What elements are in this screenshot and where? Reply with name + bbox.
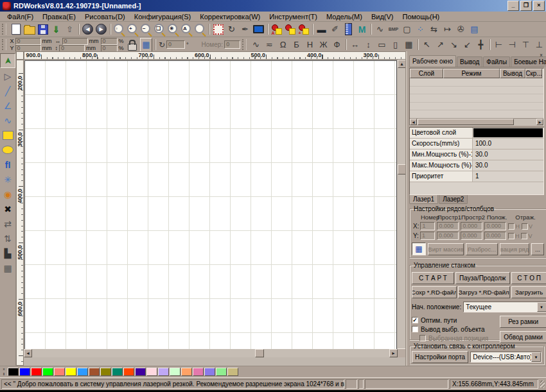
select-box-icon[interactable] — [211, 23, 225, 36]
tool-point[interactable]: ✳ — [1, 173, 15, 186]
property-value[interactable]: 30.0 — [473, 149, 543, 160]
load-rd-file-button[interactable]: Загруз *.RD-файл — [458, 286, 510, 298]
delete-overlap-icon[interactable]: Ж — [317, 38, 330, 51]
tool-line[interactable]: ╱ — [1, 84, 15, 98]
laser-mark-a-icon[interactable]: A — [270, 23, 283, 36]
selected-position-checkbox[interactable] — [419, 335, 426, 341]
color-swatch-5[interactable] — [66, 368, 76, 376]
zoom-out-icon[interactable]: − — [139, 23, 153, 36]
color-swatch-3[interactable] — [42, 368, 53, 376]
tool-bezier[interactable]: ∿ — [1, 114, 15, 127]
node-array-icon[interactable]: ⁘ — [414, 23, 427, 36]
maximize-button[interactable]: ❐ — [520, 1, 532, 11]
tab-laser2[interactable]: Лазер2 — [439, 195, 468, 204]
resize-grip[interactable] — [540, 380, 545, 388]
same-width-icon[interactable]: ↔ — [348, 38, 362, 51]
property-value[interactable]: 30.0 — [473, 160, 543, 171]
projector-icon[interactable]: ▬ — [315, 23, 328, 36]
undo-icon[interactable]: ◀ — [81, 23, 94, 36]
offset-curve-icon[interactable]: Ω — [276, 38, 290, 51]
array-y-position-field[interactable]: 0.000 — [484, 232, 506, 240]
menu-item-0[interactable]: Файл(F) — [3, 13, 38, 21]
download-button[interactable]: Загрузить — [511, 286, 546, 298]
menu-item-4[interactable]: Корректировка(W) — [195, 13, 265, 21]
width-field[interactable]: 0 — [62, 38, 88, 45]
palette-close-icon[interactable]: x — [1, 367, 6, 371]
color-swatch-17[interactable] — [204, 368, 215, 376]
tool-select[interactable]: ➤ — [0, 53, 15, 68]
layer-scroll-thumb[interactable] — [418, 119, 514, 125]
tab-laser1[interactable]: Лазер1 — [409, 195, 438, 204]
layer-scroll-right-button[interactable]: ► — [536, 119, 543, 125]
fit-width-icon[interactable]: ⇆ — [427, 23, 441, 36]
anchor-bottom-left-icon[interactable]: ↙ — [461, 38, 474, 51]
pause-continue-button[interactable]: Пауза/Продолж — [455, 272, 510, 284]
anchor-bottom-right-icon[interactable]: ↘ — [447, 38, 461, 51]
scroll-right-button[interactable]: ► — [389, 349, 398, 357]
array-more-button[interactable]: ... — [531, 243, 544, 255]
origin-select[interactable]: Текущее ▼ — [463, 302, 546, 312]
palette-pause-icon[interactable]: ‖ — [1, 372, 6, 377]
color-swatch-6[interactable] — [77, 368, 88, 376]
array-y-mirror-v-checkbox[interactable] — [521, 233, 527, 239]
layer-column-header[interactable]: Вывод — [500, 69, 525, 78]
zoom-selection-icon[interactable]: ▫ — [112, 23, 126, 36]
tool-polyline[interactable]: ∠ — [1, 99, 15, 112]
preview-monitor-icon[interactable] — [252, 23, 265, 36]
array-x-mirror-v-checkbox[interactable] — [522, 223, 528, 230]
tool-mirror-v[interactable]: ⇅ — [1, 232, 15, 245]
align-left-icon[interactable]: ⊢ — [492, 38, 506, 51]
menu-item-5[interactable]: Инструмент(T) — [265, 13, 322, 21]
anchor-center-icon[interactable]: ╋ — [474, 38, 488, 51]
redo-icon[interactable]: ▶ — [94, 23, 108, 36]
export-icon[interactable]: ⇧ — [63, 23, 76, 36]
anchor-top-right-icon[interactable]: ↗ — [434, 38, 447, 51]
rotate-edit-icon[interactable]: ↻ — [225, 23, 238, 36]
x-position-field[interactable]: 0 — [15, 38, 41, 45]
tab-files[interactable]: Файлы — [483, 56, 510, 67]
size-tall-icon[interactable]: ▯ — [389, 38, 402, 51]
menu-item-8[interactable]: Помощь(H) — [398, 13, 445, 21]
layer-table-body[interactable] — [410, 78, 543, 118]
array-y-mirror-h-checkbox[interactable] — [508, 233, 515, 239]
tool-mirror-h[interactable]: ⇄ — [1, 217, 15, 230]
layer-color-swatch[interactable] — [473, 128, 543, 137]
zoom-screen-icon[interactable] — [193, 23, 207, 36]
toolbar-drag-handle[interactable] — [2, 24, 6, 35]
stop-button[interactable]: С Т О П — [511, 272, 546, 284]
color-swatch-10[interactable] — [123, 368, 134, 376]
color-swatch-8[interactable] — [100, 368, 111, 376]
break-curve-icon[interactable]: Б — [290, 38, 303, 51]
import-icon[interactable]: ⇓ — [49, 23, 63, 36]
array-grid-button[interactable]: ▦ — [412, 243, 426, 255]
output-selected-checkbox[interactable] — [412, 326, 418, 332]
zoom-page-icon[interactable]: ❏ — [153, 23, 166, 36]
device-select-arrow-icon[interactable]: ▼ — [531, 352, 541, 362]
box-outline-icon[interactable]: ▢ — [400, 23, 414, 36]
height-field[interactable]: 0 — [59, 45, 85, 52]
array-x-number-field[interactable]: 1 — [420, 222, 435, 230]
menu-item-7[interactable]: Вид(V) — [367, 13, 398, 21]
menu-item-6[interactable]: Модель(M) — [322, 13, 367, 21]
layer-column-header[interactable]: Режим — [443, 69, 500, 78]
tab-settings[interactable]: Боевые Настрой — [511, 56, 546, 67]
scale-x-field[interactable]: 0 — [101, 38, 118, 45]
drawing-page[interactable] — [24, 60, 397, 357]
align-bottom-icon[interactable]: ⊥ — [533, 38, 546, 51]
color-swatch-11[interactable] — [135, 368, 146, 376]
color-swatch-14[interactable] — [170, 368, 181, 376]
property-value[interactable]: 100.0 — [473, 139, 543, 149]
array-y-space2-field[interactable]: 0.000 — [461, 232, 482, 240]
menu-item-2[interactable]: Рисовать(D) — [80, 13, 130, 21]
layer-column-header[interactable]: Слой — [410, 69, 443, 78]
array-y-space1-field[interactable]: 0.000 — [437, 232, 459, 240]
bmp-icon[interactable]: BMP — [387, 23, 400, 36]
tool-array[interactable]: ▦ — [1, 261, 15, 275]
zoom-objects-icon[interactable]: A — [180, 23, 193, 36]
output-device-icon[interactable]: ✇ — [454, 23, 468, 36]
align-top-icon[interactable]: ⊤ — [519, 38, 533, 51]
color-swatch-15[interactable] — [181, 368, 192, 376]
align-right-icon[interactable]: ⊣ — [506, 38, 519, 51]
optimize-path-checkbox[interactable]: ✓ — [412, 317, 418, 323]
zoom-all-icon[interactable]: ✳ — [166, 23, 180, 36]
